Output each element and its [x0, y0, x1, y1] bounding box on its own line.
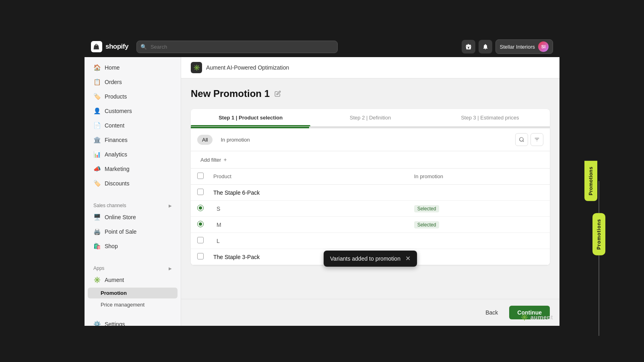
sidebar-item-analytics[interactable]: 📊 Analytics: [88, 148, 178, 161]
app-header-star-icon: ✳️: [193, 64, 200, 71]
step-tab-1[interactable]: Step 1 | Product selection: [191, 109, 310, 126]
row-radio-m[interactable]: [197, 221, 204, 227]
sidebar-item-settings[interactable]: ⚙️ Settings: [88, 317, 178, 326]
step-tab-2[interactable]: Step 2 | Definition: [310, 109, 430, 126]
sidebar-item-online-store[interactable]: 🖥️ Online Store: [88, 210, 178, 224]
page-content: New Promotion 1 Ste: [181, 78, 559, 299]
step-tab-3[interactable]: Step 3 | Estimated prices: [430, 109, 550, 126]
add-filter-label: Add filter: [200, 157, 221, 163]
home-icon: 🏠: [93, 64, 101, 71]
aument-brand-text: aument: [530, 314, 553, 321]
row-checkbox-staple6[interactable]: [197, 189, 204, 195]
app-header-icon: ✳️: [191, 62, 202, 73]
sidebar-item-point-of-sale[interactable]: 🖨️ Point of Sale: [88, 225, 178, 239]
sidebar-label-shop: Shop: [105, 243, 118, 249]
row-checkbox-staple3[interactable]: [197, 253, 204, 259]
row-radio-s[interactable]: [197, 205, 204, 211]
col-product: Product: [207, 169, 408, 185]
sidebar-item-content[interactable]: 📄 Content: [88, 119, 178, 132]
promotions-pill[interactable]: Promotions: [592, 213, 605, 255]
in-promotion-m: Selected: [408, 217, 550, 233]
notification-icon-btn[interactable]: [479, 40, 492, 53]
page-title-row: New Promotion 1: [191, 88, 550, 99]
col-in-promotion: In promotion: [408, 169, 550, 185]
sidebar-item-discounts[interactable]: 🏷️ Discounts: [88, 177, 178, 190]
sidebar: 🏠 Home 📋 Orders 🏷️ Products 👤 Customers …: [85, 57, 181, 326]
edit-title-button[interactable]: [274, 90, 282, 98]
svg-point-0: [520, 138, 523, 141]
sidebar-label-discounts: Discounts: [105, 180, 129, 187]
products-icon: 🏷️: [93, 93, 101, 100]
store-initials: SI: [541, 44, 545, 49]
settings-icon-btn[interactable]: [462, 40, 475, 53]
promotions-tab-container: Promotions: [592, 181, 605, 336]
sidebar-label-analytics: Analytics: [105, 151, 127, 158]
toast-notification: Variants added to promotion ✕: [324, 251, 417, 267]
sidebar-label-home: Home: [105, 64, 120, 71]
promotions-vertical-tab[interactable]: Promotions: [584, 161, 597, 201]
sidebar-label-marketing: Marketing: [105, 166, 129, 172]
product-name-staple3: The Staple 3-Pack: [213, 254, 260, 260]
orders-icon: 📋: [93, 78, 101, 86]
table-row: S Selected: [191, 201, 550, 217]
table-row: M Selected: [191, 217, 550, 233]
analytics-icon: 📊: [93, 151, 101, 158]
add-filter-button[interactable]: Add filter ＋: [197, 154, 231, 165]
apps-label: Apps: [93, 265, 104, 271]
sidebar-label-settings: Settings: [105, 321, 125, 326]
sidebar-label-customers: Customers: [105, 108, 132, 114]
page-footer: Back Continue: [181, 299, 559, 326]
store-selector[interactable]: Stellar Interiors SI: [495, 39, 553, 54]
tab-in-promotion[interactable]: In promotion: [216, 135, 254, 145]
sidebar-label-products: Products: [105, 93, 127, 100]
row-checkbox-l[interactable]: [197, 237, 204, 243]
apps-header: Apps ▶: [88, 261, 178, 273]
sidebar-item-orders[interactable]: 📋 Orders: [88, 75, 178, 89]
in-promotion-staple3: [408, 249, 550, 265]
step-tab-1-label: Step 1 | Product selection: [219, 115, 283, 121]
point-of-sale-icon: 🖨️: [93, 228, 101, 235]
promotions-tab-label: Promotions: [588, 167, 594, 195]
sort-btn[interactable]: [530, 133, 543, 146]
sidebar-item-finances[interactable]: 🏛️ Finances: [88, 133, 178, 147]
back-button[interactable]: Back: [479, 306, 504, 319]
toast-close-button[interactable]: ✕: [405, 255, 411, 262]
toast-close-icon: ✕: [405, 255, 411, 262]
sidebar-sublabel-promotion: Promotion: [101, 290, 127, 296]
apps-expand-icon[interactable]: ▶: [169, 266, 172, 271]
discounts-icon: 🏷️: [93, 180, 101, 187]
sidebar-subitem-price-management[interactable]: Price management: [88, 299, 178, 310]
sidebar-label-orders: Orders: [105, 79, 122, 85]
select-all-checkbox[interactable]: [197, 173, 204, 179]
settings-sidebar-icon: ⚙️: [93, 321, 101, 326]
sidebar-label-point-of-sale: Point of Sale: [105, 228, 136, 235]
sales-channels-expand-icon[interactable]: ▶: [169, 204, 172, 208]
sidebar-item-home[interactable]: 🏠 Home: [88, 61, 178, 74]
sidebar-sublabel-price-management: Price management: [101, 302, 144, 308]
sidebar-item-aument[interactable]: ✳️ Aument: [88, 273, 178, 287]
sidebar-item-customers[interactable]: 👤 Customers: [88, 104, 178, 118]
sidebar-item-marketing[interactable]: 📣 Marketing: [88, 162, 178, 176]
content-area: ✳️ Aument AI-Powered Optimization New Pr…: [181, 57, 559, 326]
step-tab-3-label: Step 3 | Estimated prices: [461, 115, 519, 121]
content-icon: 📄: [93, 122, 101, 129]
topbar: shopify 🔍 Stellar Interiors SI: [85, 36, 559, 57]
search-input[interactable]: [136, 41, 338, 53]
tab-all[interactable]: All: [197, 135, 213, 145]
store-avatar: SI: [538, 41, 549, 52]
sidebar-label-content: Content: [105, 122, 124, 129]
sidebar-item-products[interactable]: 🏷️ Products: [88, 90, 178, 103]
aument-icon: ✳️: [93, 276, 101, 284]
promotions-pill-label: Promotions: [596, 219, 602, 250]
shopify-text: shopify: [105, 43, 128, 51]
in-promotion-l: [408, 233, 550, 249]
sales-channels-label: Sales channels: [93, 203, 126, 208]
shopify-logo: shopify: [91, 41, 128, 52]
badge-selected-m: Selected: [414, 221, 440, 228]
variant-name-s: S: [213, 206, 220, 212]
sidebar-item-shop[interactable]: 🛍️ Shop: [88, 239, 178, 253]
aument-star-decoration: ✳️: [520, 313, 528, 321]
search-filter-btn[interactable]: [515, 133, 528, 146]
badge-selected-s: Selected: [414, 205, 440, 212]
sidebar-subitem-promotion[interactable]: Promotion: [88, 288, 178, 298]
